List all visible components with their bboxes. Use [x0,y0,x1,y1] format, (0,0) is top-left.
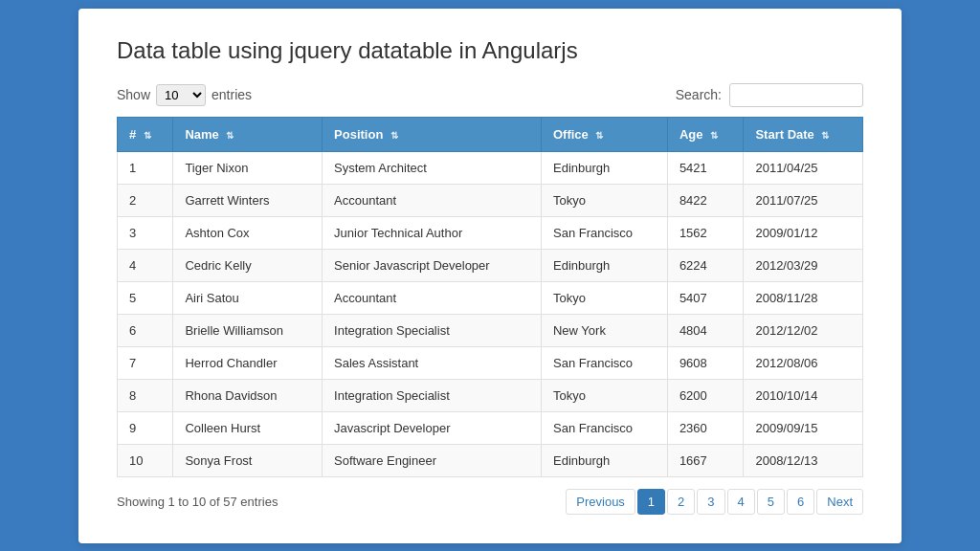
cell-office: Tokyo [541,184,667,216]
cell-office: Edinburgh [541,249,667,281]
cell-position: Junior Technical Author [323,216,542,249]
cell-name: Brielle Williamson [173,314,323,346]
pagination: Previous 1 2 3 4 5 6 Next [566,489,863,515]
cell-start_date: 2009/09/15 [744,411,863,444]
sort-icon-age: ⇅ [710,130,718,141]
table-header: # ⇅ Name ⇅ Position ⇅ Office ⇅ Age ⇅ [118,117,863,151]
cell-start_date: 2011/07/25 [744,184,863,216]
col-num-label: # [129,127,136,142]
cell-age: 5407 [667,281,744,314]
col-age-label: Age [679,127,703,142]
col-name-label: Name [185,127,218,142]
cell-num: 1 [118,151,173,184]
cell-name: Sonya Frost [173,444,323,476]
prev-button[interactable]: Previous [566,489,635,515]
showing-text: Showing 1 to 10 of 57 entries [117,495,278,509]
col-office-label: Office [553,127,589,142]
table-row: 3Ashton CoxJunior Technical AuthorSan Fr… [118,216,863,249]
cell-num: 8 [118,379,173,411]
col-start-date[interactable]: Start Date ⇅ [744,117,863,151]
next-button[interactable]: Next [816,489,863,515]
cell-position: Accountant [323,281,542,314]
cell-age: 4804 [667,314,744,346]
table-row: 2Garrett WintersAccountantTokyo84222011/… [118,184,863,216]
cell-office: San Francisco [541,411,667,444]
cell-num: 6 [118,314,173,346]
cell-num: 5 [118,281,173,314]
cell-start_date: 2008/12/13 [744,444,863,476]
cell-office: San Francisco [541,216,667,249]
cell-position: Javascript Developer [323,411,542,444]
page-4-button[interactable]: 4 [727,489,755,515]
table-row: 8Rhona DavidsonIntegration SpecialistTok… [118,379,863,411]
cell-office: Tokyo [541,281,667,314]
cell-office: New York [541,314,667,346]
data-table: # ⇅ Name ⇅ Position ⇅ Office ⇅ Age ⇅ [117,117,863,477]
table-row: 6Brielle WilliamsonIntegration Specialis… [118,314,863,346]
sort-icon-position: ⇅ [390,130,398,141]
page-2-button[interactable]: 2 [667,489,695,515]
entries-select[interactable]: 10 25 50 100 [156,84,206,106]
cell-name: Herrod Chandler [173,346,323,379]
cell-position: System Architect [323,151,542,184]
cell-office: Edinburgh [541,444,667,476]
col-position[interactable]: Position ⇅ [323,117,542,151]
cell-num: 7 [118,346,173,379]
col-num[interactable]: # ⇅ [118,117,173,151]
cell-office: Tokyo [541,379,667,411]
table-controls: Show 10 25 50 100 entries Search: [117,83,863,107]
table-footer: Showing 1 to 10 of 57 entries Previous 1… [117,489,863,515]
show-label: Show [117,87,150,102]
page-5-button[interactable]: 5 [757,489,785,515]
cell-start_date: 2012/03/29 [744,249,863,281]
cell-age: 2360 [667,411,744,444]
cell-position: Sales Assistant [323,346,542,379]
sort-icon-office: ⇅ [595,130,603,141]
table-row: 5Airi SatouAccountantTokyo54072008/11/28 [118,281,863,314]
col-position-label: Position [334,127,383,142]
sort-icon-name: ⇅ [226,130,234,141]
cell-start_date: 2008/11/28 [744,281,863,314]
cell-age: 1667 [667,444,744,476]
cell-office: San Francisco [541,346,667,379]
cell-age: 6224 [667,249,744,281]
search-input[interactable] [729,83,863,107]
show-entries-control: Show 10 25 50 100 entries [117,84,252,106]
col-name[interactable]: Name ⇅ [173,117,323,151]
sort-icon-num: ⇅ [144,130,151,141]
cell-name: Garrett Winters [173,184,323,216]
main-card: Data table using jquery datatable in Ang… [78,9,902,543]
cell-name: Cedric Kelly [173,249,323,281]
search-box: Search: [676,83,863,107]
cell-start_date: 2011/04/25 [744,151,863,184]
table-row: 9Colleen HurstJavascript DeveloperSan Fr… [118,411,863,444]
cell-age: 6200 [667,379,744,411]
cell-num: 9 [118,411,173,444]
cell-start_date: 2012/08/06 [744,346,863,379]
cell-name: Tiger Nixon [173,151,323,184]
table-row: 7Herrod ChandlerSales AssistantSan Franc… [118,346,863,379]
cell-num: 3 [118,216,173,249]
sort-icon-start-date: ⇅ [821,130,829,141]
cell-num: 2 [118,184,173,216]
col-age[interactable]: Age ⇅ [667,117,744,151]
page-1-button[interactable]: 1 [637,489,665,515]
cell-num: 10 [118,444,173,476]
col-start-date-label: Start Date [755,127,813,142]
table-row: 10Sonya FrostSoftware EngineerEdinburgh1… [118,444,863,476]
cell-start_date: 2010/10/14 [744,379,863,411]
page-3-button[interactable]: 3 [697,489,724,515]
cell-age: 5421 [667,151,744,184]
search-label: Search: [676,87,722,102]
cell-age: 8422 [667,184,744,216]
page-6-button[interactable]: 6 [787,489,814,515]
cell-position: Senior Javascript Developer [323,249,542,281]
cell-office: Edinburgh [541,151,667,184]
cell-name: Rhona Davidson [173,379,323,411]
table-body: 1Tiger NixonSystem ArchitectEdinburgh542… [118,151,863,476]
cell-position: Integration Specialist [323,314,542,346]
cell-name: Ashton Cox [173,216,323,249]
cell-start_date: 2012/12/02 [744,314,863,346]
table-row: 4Cedric KellySenior Javascript Developer… [118,249,863,281]
col-office[interactable]: Office ⇅ [541,117,667,151]
